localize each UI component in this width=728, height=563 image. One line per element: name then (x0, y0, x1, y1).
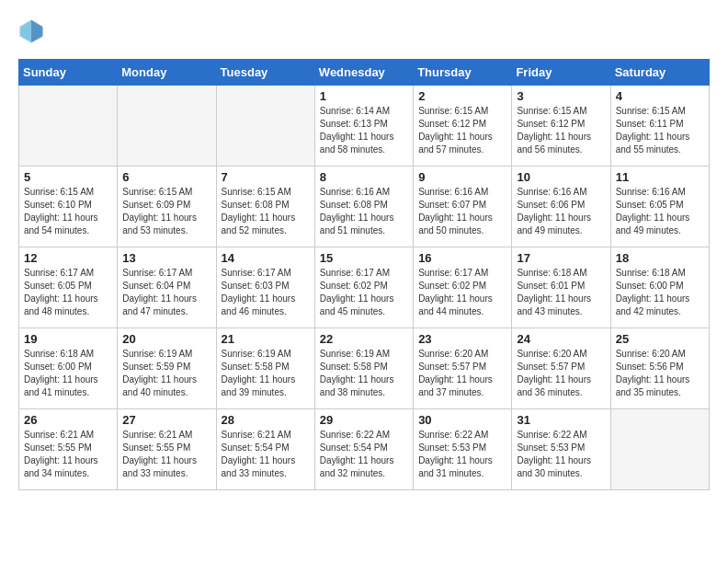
calendar-cell (118, 86, 216, 167)
sun-info: Sunrise: 6:16 AMSunset: 6:05 PMDaylight:… (616, 186, 704, 237)
day-number: 16 (418, 251, 506, 265)
calendar-cell: 13Sunrise: 6:17 AMSunset: 6:04 PMDayligh… (118, 247, 216, 328)
sun-info: Sunrise: 6:17 AMSunset: 6:02 PMDaylight:… (320, 267, 408, 318)
day-number: 17 (517, 251, 605, 265)
calendar-cell: 3Sunrise: 6:15 AMSunset: 6:12 PMDaylight… (512, 86, 610, 167)
day-number: 14 (222, 251, 310, 265)
weekday-header-tuesday: Tuesday (216, 60, 314, 86)
calendar-cell: 2Sunrise: 6:15 AMSunset: 6:12 PMDaylight… (414, 86, 512, 167)
calendar-week-4: 19Sunrise: 6:18 AMSunset: 6:00 PMDayligh… (19, 328, 710, 409)
sun-info: Sunrise: 6:17 AMSunset: 6:03 PMDaylight:… (222, 267, 310, 318)
sun-info: Sunrise: 6:19 AMSunset: 5:59 PMDaylight:… (122, 348, 210, 399)
calendar-cell: 28Sunrise: 6:21 AMSunset: 5:54 PMDayligh… (216, 409, 314, 490)
logo-icon (18, 18, 44, 44)
calendar-week-3: 12Sunrise: 6:17 AMSunset: 6:05 PMDayligh… (19, 247, 710, 328)
sun-info: Sunrise: 6:22 AMSunset: 5:53 PMDaylight:… (517, 429, 605, 480)
calendar-cell: 10Sunrise: 6:16 AMSunset: 6:06 PMDayligh… (512, 167, 610, 247)
calendar-cell: 9Sunrise: 6:16 AMSunset: 6:07 PMDaylight… (414, 167, 512, 247)
day-number: 23 (418, 332, 506, 346)
day-number: 15 (320, 251, 408, 265)
sun-info: Sunrise: 6:22 AMSunset: 5:53 PMDaylight:… (418, 429, 506, 480)
calendar-cell (19, 86, 118, 167)
sun-info: Sunrise: 6:15 AMSunset: 6:08 PMDaylight:… (222, 186, 310, 237)
sun-info: Sunrise: 6:18 AMSunset: 6:00 PMDaylight:… (24, 348, 112, 399)
calendar-cell: 17Sunrise: 6:18 AMSunset: 6:01 PMDayligh… (512, 247, 610, 328)
day-number: 13 (122, 251, 210, 265)
sun-info: Sunrise: 6:15 AMSunset: 6:11 PMDaylight:… (616, 105, 704, 156)
day-number: 9 (418, 170, 506, 184)
calendar-cell: 5Sunrise: 6:15 AMSunset: 6:10 PMDaylight… (19, 167, 118, 247)
sun-info: Sunrise: 6:21 AMSunset: 5:54 PMDaylight:… (222, 429, 310, 480)
calendar-cell (610, 409, 709, 490)
calendar-cell: 16Sunrise: 6:17 AMSunset: 6:02 PMDayligh… (414, 247, 512, 328)
calendar-cell: 11Sunrise: 6:16 AMSunset: 6:05 PMDayligh… (610, 167, 709, 247)
sun-info: Sunrise: 6:17 AMSunset: 6:02 PMDaylight:… (418, 267, 506, 318)
calendar-cell: 31Sunrise: 6:22 AMSunset: 5:53 PMDayligh… (512, 409, 610, 490)
weekday-header-friday: Friday (512, 60, 610, 86)
day-number: 3 (517, 89, 605, 103)
day-number: 11 (616, 170, 704, 184)
sun-info: Sunrise: 6:20 AMSunset: 5:57 PMDaylight:… (517, 348, 605, 399)
day-number: 25 (616, 332, 704, 346)
day-number: 24 (517, 332, 605, 346)
sun-info: Sunrise: 6:15 AMSunset: 6:12 PMDaylight:… (418, 105, 506, 156)
day-number: 4 (616, 89, 704, 103)
calendar-cell: 30Sunrise: 6:22 AMSunset: 5:53 PMDayligh… (414, 409, 512, 490)
calendar-body: 1Sunrise: 6:14 AMSunset: 6:13 PMDaylight… (19, 86, 710, 490)
weekday-header-saturday: Saturday (610, 60, 709, 86)
sun-info: Sunrise: 6:19 AMSunset: 5:58 PMDaylight:… (320, 348, 408, 399)
sun-info: Sunrise: 6:16 AMSunset: 6:07 PMDaylight:… (418, 186, 506, 237)
sun-info: Sunrise: 6:20 AMSunset: 5:56 PMDaylight:… (616, 348, 704, 399)
weekday-header-sunday: Sunday (19, 60, 118, 86)
sun-info: Sunrise: 6:15 AMSunset: 6:12 PMDaylight:… (517, 105, 605, 156)
day-number: 12 (24, 251, 112, 265)
calendar-cell: 21Sunrise: 6:19 AMSunset: 5:58 PMDayligh… (216, 328, 314, 409)
day-number: 29 (320, 413, 408, 427)
calendar-week-2: 5Sunrise: 6:15 AMSunset: 6:10 PMDaylight… (19, 167, 710, 247)
day-number: 6 (122, 170, 210, 184)
sun-info: Sunrise: 6:21 AMSunset: 5:55 PMDaylight:… (122, 429, 210, 480)
calendar-cell: 12Sunrise: 6:17 AMSunset: 6:05 PMDayligh… (19, 247, 118, 328)
calendar-cell: 25Sunrise: 6:20 AMSunset: 5:56 PMDayligh… (610, 328, 709, 409)
sun-info: Sunrise: 6:16 AMSunset: 6:08 PMDaylight:… (320, 186, 408, 237)
sun-info: Sunrise: 6:21 AMSunset: 5:55 PMDaylight:… (24, 429, 112, 480)
sun-info: Sunrise: 6:19 AMSunset: 5:58 PMDaylight:… (222, 348, 310, 399)
day-number: 8 (320, 170, 408, 184)
day-number: 21 (222, 332, 310, 346)
day-number: 5 (24, 170, 112, 184)
sun-info: Sunrise: 6:17 AMSunset: 6:04 PMDaylight:… (122, 267, 210, 318)
calendar-cell: 1Sunrise: 6:14 AMSunset: 6:13 PMDaylight… (314, 86, 413, 167)
day-number: 26 (24, 413, 112, 427)
day-number: 19 (24, 332, 112, 346)
day-number: 31 (517, 413, 605, 427)
day-number: 18 (616, 251, 704, 265)
sun-info: Sunrise: 6:22 AMSunset: 5:54 PMDaylight:… (320, 429, 408, 480)
day-number: 22 (320, 332, 408, 346)
calendar-cell: 26Sunrise: 6:21 AMSunset: 5:55 PMDayligh… (19, 409, 118, 490)
svg-marker-1 (31, 19, 43, 42)
day-number: 1 (320, 89, 408, 103)
calendar-cell: 27Sunrise: 6:21 AMSunset: 5:55 PMDayligh… (118, 409, 216, 490)
calendar-cell: 14Sunrise: 6:17 AMSunset: 6:03 PMDayligh… (216, 247, 314, 328)
sun-info: Sunrise: 6:16 AMSunset: 6:06 PMDaylight:… (517, 186, 605, 237)
sun-info: Sunrise: 6:15 AMSunset: 6:10 PMDaylight:… (24, 186, 112, 237)
sun-info: Sunrise: 6:18 AMSunset: 6:01 PMDaylight:… (517, 267, 605, 318)
calendar-week-1: 1Sunrise: 6:14 AMSunset: 6:13 PMDaylight… (19, 86, 710, 167)
calendar-cell: 20Sunrise: 6:19 AMSunset: 5:59 PMDayligh… (118, 328, 216, 409)
calendar-cell: 19Sunrise: 6:18 AMSunset: 6:00 PMDayligh… (19, 328, 118, 409)
sun-info: Sunrise: 6:14 AMSunset: 6:13 PMDaylight:… (320, 105, 408, 156)
day-number: 10 (517, 170, 605, 184)
weekday-header-monday: Monday (118, 60, 216, 86)
day-number: 28 (222, 413, 310, 427)
page-header (18, 18, 710, 44)
day-number: 30 (418, 413, 506, 427)
sun-info: Sunrise: 6:18 AMSunset: 6:00 PMDaylight:… (616, 267, 704, 318)
weekday-header-wednesday: Wednesday (314, 60, 413, 86)
calendar-cell: 4Sunrise: 6:15 AMSunset: 6:11 PMDaylight… (610, 86, 709, 167)
calendar-week-5: 26Sunrise: 6:21 AMSunset: 5:55 PMDayligh… (19, 409, 710, 490)
calendar-cell: 8Sunrise: 6:16 AMSunset: 6:08 PMDaylight… (314, 167, 413, 247)
logo (18, 18, 48, 44)
calendar-cell: 22Sunrise: 6:19 AMSunset: 5:58 PMDayligh… (314, 328, 413, 409)
day-number: 7 (222, 170, 310, 184)
calendar-cell (216, 86, 314, 167)
